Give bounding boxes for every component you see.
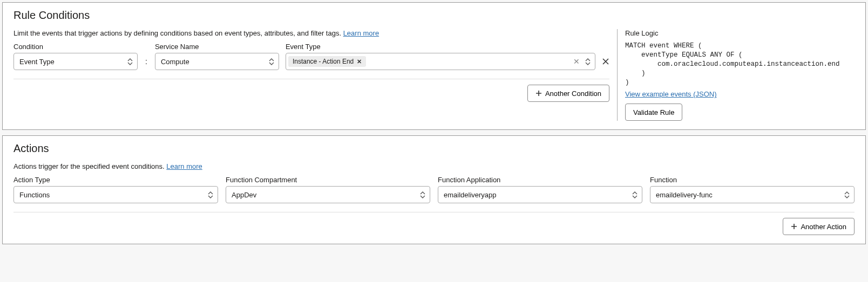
function-compartment-label: Function Compartment [226,176,430,184]
condition-label: Condition [13,43,138,51]
chevron-updown-icon [269,57,275,66]
event-type-tag-label: Instance - Action End [293,58,354,65]
event-type-label: Event Type [286,43,595,51]
rule-conditions-panel: Rule Conditions Limit the events that tr… [2,2,866,130]
rule-logic-code: MATCH event WHERE ( eventType EQUALS ANY… [625,42,855,87]
another-condition-label: Another Condition [545,90,601,98]
action-type-select[interactable]: Functions [13,186,218,203]
action-row: Action Type Functions Function Compartme… [13,176,855,203]
chevron-updown-icon [208,190,214,199]
view-example-events-link[interactable]: View example events (JSON) [625,90,717,98]
function-application-select[interactable]: emaildeliveryapp [438,186,642,203]
rule-logic-panel: Rule Logic MATCH event WHERE ( eventType… [617,29,855,121]
plus-icon [535,90,542,97]
service-name-value: Compute [161,58,189,66]
function-compartment-select[interactable]: AppDev [226,186,430,203]
validate-rule-button[interactable]: Validate Rule [625,104,682,121]
another-action-label: Another Action [801,223,846,231]
function-select[interactable]: emaildelivery-func [650,186,855,203]
actions-description-text: Actions trigger for the specified event … [13,162,166,170]
actions-description: Actions trigger for the specified event … [13,162,855,170]
chevron-updown-icon [844,190,851,199]
function-compartment-value: AppDev [232,191,256,199]
actions-title: Actions [13,142,855,155]
condition-value: Event Type [19,58,55,66]
colon-separator: : [144,57,148,70]
rule-conditions-title: Rule Conditions [13,9,855,22]
function-application-value: emaildeliveryapp [444,191,497,199]
chevron-updown-icon [420,190,426,199]
chevron-updown-icon [127,57,134,66]
conditions-layout: Limit the events that trigger actions by… [13,29,855,121]
clear-all-icon[interactable]: ✕ [573,58,580,65]
chevron-updown-icon [585,57,592,66]
conditions-learn-more-link[interactable]: Learn more [343,29,379,37]
plus-icon [791,223,797,230]
remove-condition-icon[interactable] [602,54,609,67]
rule-logic-title: Rule Logic [625,29,855,37]
function-application-label: Function Application [438,176,642,184]
event-type-multiselect[interactable]: Instance - Action End ✕ ✕ [286,53,595,70]
conditions-description-text: Limit the events that trigger actions by… [13,29,343,37]
another-action-button[interactable]: Another Action [783,218,855,235]
divider [13,212,855,212]
condition-select[interactable]: Event Type [13,53,138,70]
service-name-label: Service Name [155,43,279,51]
divider [13,79,609,79]
service-name-select[interactable]: Compute [155,53,279,70]
condition-row: Condition Event Type : Service Name Comp… [13,43,609,70]
remove-tag-icon[interactable]: ✕ [357,58,362,65]
conditions-description: Limit the events that trigger actions by… [13,29,609,37]
chevron-updown-icon [632,190,639,199]
event-type-tag: Instance - Action End ✕ [288,56,366,67]
actions-learn-more-link[interactable]: Learn more [166,162,202,170]
function-label: Function [650,176,855,184]
function-value: emaildelivery-func [656,191,713,199]
another-condition-button[interactable]: Another Condition [527,85,609,102]
action-type-value: Functions [19,191,50,199]
validate-rule-label: Validate Rule [633,108,674,116]
action-type-label: Action Type [13,176,218,184]
actions-panel: Actions Actions trigger for the specifie… [2,135,866,244]
